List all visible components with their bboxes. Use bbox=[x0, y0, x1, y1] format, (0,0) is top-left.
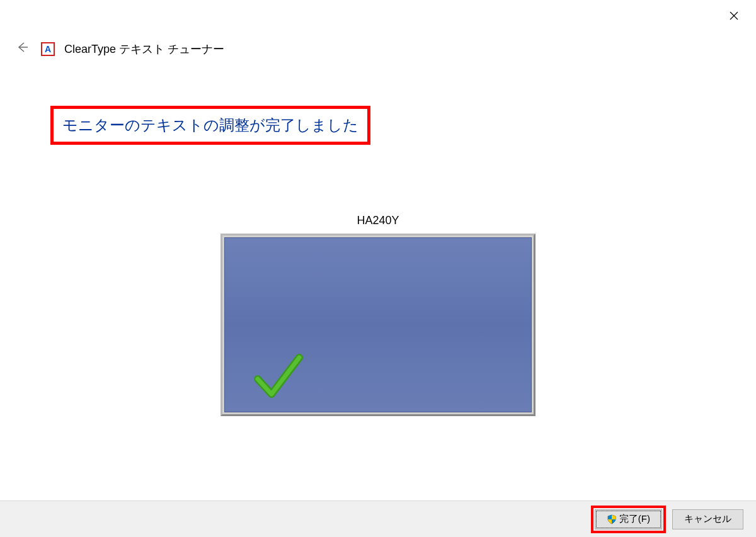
back-arrow-icon bbox=[15, 40, 29, 54]
window-title: ClearType テキスト チューナー bbox=[64, 42, 224, 57]
finish-button[interactable]: 完了(F) bbox=[595, 509, 662, 529]
header: A ClearType テキスト チューナー bbox=[13, 38, 224, 60]
completion-message: モニターのテキストの調整が完了しました bbox=[62, 115, 358, 135]
cancel-button[interactable]: キャンセル bbox=[672, 509, 743, 529]
finish-button-label: 完了(F) bbox=[619, 513, 650, 525]
checkmark-icon bbox=[250, 349, 307, 405]
close-icon bbox=[730, 11, 738, 20]
back-button[interactable] bbox=[13, 38, 32, 60]
monitor-preview bbox=[220, 234, 536, 416]
monitor-section: HA240Y bbox=[220, 214, 536, 416]
svg-text:A: A bbox=[45, 44, 51, 54]
bottom-bar: 完了(F) キャンセル bbox=[0, 500, 756, 537]
completion-message-highlight: モニターのテキストの調整が完了しました bbox=[50, 106, 370, 145]
app-icon: A bbox=[41, 42, 55, 56]
finish-button-highlight: 完了(F) bbox=[591, 506, 666, 533]
close-button[interactable] bbox=[724, 6, 743, 25]
monitor-name-label: HA240Y bbox=[220, 214, 536, 227]
cancel-button-label: キャンセル bbox=[684, 513, 731, 525]
shield-icon bbox=[607, 514, 617, 524]
monitor-screen bbox=[224, 237, 532, 412]
